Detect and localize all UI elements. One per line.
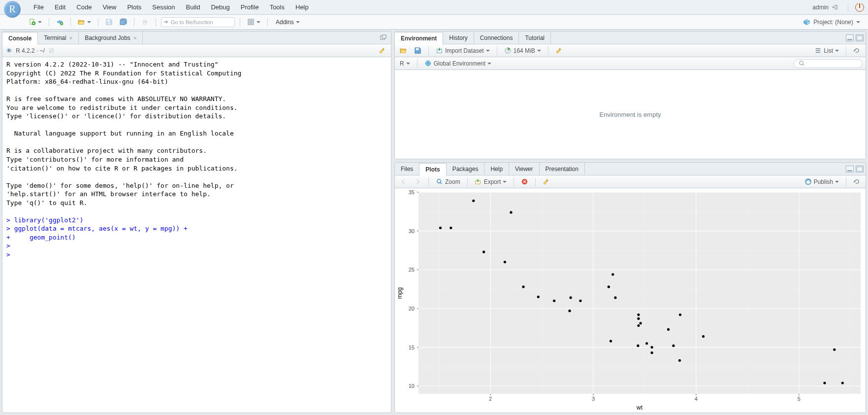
tab-label: Background Jobs	[85, 35, 130, 41]
r-chip-icon: R	[5, 47, 13, 54]
popout-window-icon[interactable]	[380, 34, 387, 41]
menu-view[interactable]: View	[97, 1, 121, 13]
menu-build[interactable]: Build	[181, 1, 205, 13]
pie-icon	[504, 47, 512, 54]
console-version-label: R 4.2.2 · ~/	[16, 47, 45, 54]
print-icon	[141, 18, 149, 26]
tab-files[interactable]: Files	[395, 163, 419, 175]
tab-history[interactable]: History	[443, 32, 474, 44]
tab-label: History	[449, 35, 467, 41]
tab-terminal[interactable]: Terminal×	[38, 32, 79, 44]
clear-console-button[interactable]	[377, 46, 388, 55]
tab-connections[interactable]: Connections	[474, 32, 519, 44]
addins-button[interactable]: Addins	[273, 18, 303, 27]
pane-layout-button[interactable]	[245, 18, 262, 26]
env-search[interactable]	[794, 59, 863, 68]
plots-toolbar: Zoom Export	[395, 175, 866, 188]
go-to-file[interactable]	[161, 17, 235, 27]
svg-text:20: 20	[409, 306, 415, 311]
menu-edit[interactable]: Edit	[50, 1, 70, 13]
plot-remove-button[interactable]	[519, 177, 530, 186]
menu-debug[interactable]: Debug	[206, 1, 234, 13]
environment-scope-toolbar: R Global Environment	[395, 57, 866, 70]
clear-env-button[interactable]	[553, 46, 565, 55]
plot-zoom-button[interactable]: Zoom	[434, 177, 462, 186]
export-icon	[475, 178, 482, 185]
import-dataset-button[interactable]: Import Dataset	[434, 46, 492, 55]
minimize-pane-button[interactable]	[846, 35, 854, 41]
go-to-file-input[interactable]	[170, 19, 231, 26]
env-scope-button[interactable]: Global Environment	[422, 59, 493, 68]
tab-packages[interactable]: Packages	[447, 163, 485, 175]
svg-text:15: 15	[409, 345, 415, 350]
print-button[interactable]	[139, 18, 151, 26]
console-output[interactable]: R version 4.2.2 (2022-10-31) -- "Innocen…	[2, 57, 391, 413]
svg-point-97	[568, 310, 571, 312]
tab-plots[interactable]: Plots	[419, 163, 446, 176]
user-name: admin	[812, 4, 829, 11]
tab-label: Files	[401, 166, 413, 173]
menu-tools[interactable]: Tools	[265, 1, 289, 13]
plot-body: 2345101520253035wtmpg	[395, 188, 866, 413]
tab-tutorial[interactable]: Tutorial	[519, 32, 551, 44]
menu-profile[interactable]: Profile	[236, 1, 264, 13]
environment-toolbar: Import Dataset 164 MiB	[395, 44, 866, 57]
close-icon[interactable]: ×	[133, 35, 136, 41]
save-button[interactable]	[103, 18, 115, 26]
menu-help[interactable]: Help	[290, 1, 314, 13]
import-dataset-label: Import Dataset	[445, 47, 484, 54]
plot-next-button[interactable]	[412, 177, 423, 186]
new-project-icon	[56, 18, 64, 26]
plot-prev-button[interactable]	[398, 177, 409, 186]
maximize-pane-button[interactable]	[856, 35, 864, 41]
quit-session-button[interactable]	[855, 3, 864, 12]
plot-export-label: Export	[484, 178, 501, 185]
env-search-input[interactable]	[805, 60, 858, 67]
menu-plots[interactable]: Plots	[122, 1, 146, 13]
tab-label: Connections	[480, 35, 513, 41]
save-workspace-button[interactable]	[412, 46, 423, 55]
svg-point-20	[800, 61, 804, 65]
user-label[interactable]: admin	[810, 2, 841, 12]
memory-usage-button[interactable]: 164 MiB	[502, 46, 543, 55]
save-all-button[interactable]	[118, 18, 129, 26]
env-language-button[interactable]: R	[398, 60, 412, 68]
plot-refresh-button[interactable]	[851, 177, 863, 186]
svg-point-82	[823, 381, 826, 384]
plot-export-button[interactable]: Export	[473, 177, 509, 186]
tab-help[interactable]: Help	[484, 163, 509, 175]
tab-background-jobs[interactable]: Background Jobs×	[79, 32, 143, 44]
close-icon[interactable]: ×	[69, 35, 72, 41]
minimize-pane-button[interactable]	[846, 166, 854, 173]
maximize-pane-button[interactable]	[856, 166, 864, 173]
tab-environment[interactable]: Environment	[395, 32, 443, 45]
console-detach-icon[interactable]	[48, 47, 55, 54]
plot-publish-button[interactable]: Publish	[803, 177, 841, 186]
env-view-mode-label: List	[824, 47, 833, 54]
env-view-mode-button[interactable]: List	[812, 46, 841, 55]
load-workspace-button[interactable]	[398, 46, 409, 55]
new-project-button[interactable]	[54, 18, 65, 26]
tab-presentation[interactable]: Presentation	[540, 163, 585, 175]
plot-clear-all-button[interactable]	[541, 177, 552, 186]
refresh-env-button[interactable]	[851, 46, 863, 55]
folder-open-icon	[78, 18, 85, 26]
menu-session[interactable]: Session	[147, 1, 180, 13]
addins-label: Addins	[276, 19, 294, 26]
tab-console[interactable]: Console	[2, 32, 38, 45]
svg-point-73	[639, 322, 642, 324]
new-file-button[interactable]	[27, 18, 44, 26]
svg-rect-4	[108, 22, 111, 24]
tab-label: Viewer	[515, 166, 533, 173]
menu-code[interactable]: Code	[71, 1, 96, 13]
menu-file[interactable]: File	[29, 1, 49, 13]
import-icon	[436, 47, 443, 54]
open-file-button[interactable]	[76, 18, 93, 26]
tab-viewer[interactable]: Viewer	[509, 163, 539, 175]
svg-point-21	[437, 179, 441, 183]
svg-text:35: 35	[409, 189, 415, 195]
environment-pane: EnvironmentHistoryConnectionsTutorial	[394, 31, 866, 159]
remove-icon	[521, 178, 528, 185]
project-menu[interactable]: Project: (None)	[800, 17, 863, 27]
svg-rect-7	[144, 23, 147, 25]
